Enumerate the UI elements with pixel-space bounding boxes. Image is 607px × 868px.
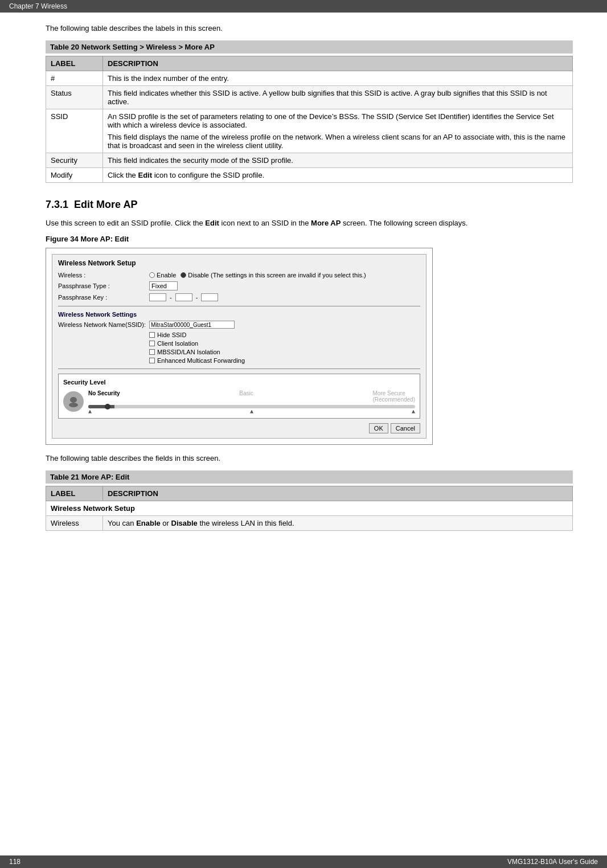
passphrase-key-control: - - [149,293,218,301]
passphrase-key-input2[interactable] [175,293,192,301]
table20-caption: Table 20 Network Setting > Wireless > Mo… [46,40,573,54]
section-heading: 7.3.1 Edit More AP [46,199,573,211]
chapter-title: Chapter 7 Wireless [9,2,67,10]
table20-header-label: LABEL [46,56,103,71]
page-number: 118 [9,858,20,866]
table20-wrapper: Table 20 Network Setting > Wireless > Mo… [46,40,573,183]
ok-button[interactable]: OK [369,423,388,433]
security-svg-icon [67,395,80,408]
table-row: # This is the index number of the entry. [46,71,573,86]
more-secure-label: More Secure (Recommended) [373,390,415,403]
table-row: SSID An SSID profile is the set of param… [46,109,573,153]
footer-content: 118 VMG1312-B10A User's Guide [9,858,598,866]
section-divider-2 [58,369,420,369]
client-isolation-checkbox[interactable] [149,341,155,346]
ssid-label: Wireless Network Name(SSID): [58,321,149,328]
figure34-caption: Figure 34 More AP: Edit [46,235,573,243]
svg-point-1 [69,403,78,407]
screenshot-box: Wireless Network Setup Wireless : Enable… [46,248,433,445]
table-row: Security This field indicates the securi… [46,153,573,168]
enable-radio-circle [149,272,155,278]
section-number: 7.3.1 [46,199,68,210]
table21-caption: Table 21 More AP: Edit [46,470,573,484]
row-label: Status [46,86,103,109]
section-divider-1 [58,306,420,306]
slider-markers [88,410,415,413]
table20: LABEL DESCRIPTION # This is the index nu… [46,56,573,183]
svg-point-0 [70,397,77,403]
table21-wrapper: Table 21 More AP: Edit LABEL DESCRIPTION… [46,470,573,531]
row-label: Security [46,153,103,168]
slider-marker-3 [412,410,415,413]
table-row: Status This field indicates whether this… [46,86,573,109]
wireless-network-settings-title: Wireless Network Settings [58,311,420,318]
table-row: Modify Click the Edit icon to configure … [46,168,573,183]
passphrase-type-label: Passphrase Type : [58,282,149,289]
passphrase-key-row: Passphrase Key : - - [58,293,420,301]
wireless-row: Wireless : Enable Disable (The settings … [58,272,420,279]
hide-ssid-label: Hide SSID [157,331,186,338]
disable-label: Disable (The settings in this screen are… [188,272,366,279]
passphrase-type-select[interactable]: Fixed [149,281,178,290]
wireless-label: Wireless : [58,272,149,279]
screenshot-buttons: OK Cancel [58,423,420,433]
footer-bar: 118 VMG1312-B10A User's Guide [0,855,607,868]
row-description: You can Enable or Disable the wireless L… [103,515,573,530]
ssid-input[interactable]: MitraStar00000_Guest1 [149,321,235,329]
section-intro: Use this screen to edit an SSID profile.… [46,218,573,229]
row-label: Modify [46,168,103,183]
enable-radio[interactable]: Enable [149,272,176,279]
row-label: # [46,71,103,86]
slider-labels: No Security Basic More Secure (Recommend… [88,390,415,403]
enhanced-multicast-checkbox[interactable] [149,358,155,363]
section-label: Wireless Network Setup [46,501,573,515]
enhanced-multicast-row[interactable]: Enhanced Multicast Forwarding [149,357,420,364]
enhanced-multicast-label: Enhanced Multicast Forwarding [157,357,245,364]
row-description: An SSID profile is the set of parameters… [103,109,573,153]
content-area: The following table describes the labels… [0,13,607,855]
client-isolation-label: Client Isolation [157,340,198,347]
passphrase-type-control: Fixed [149,281,178,290]
slider-track[interactable] [88,405,415,408]
enable-label: Enable [157,272,176,279]
slider-marker-2 [250,410,253,413]
wireless-radio-group: Enable Disable (The settings in this scr… [149,272,366,279]
table20-header-description: DESCRIPTION [103,56,573,71]
hide-ssid-checkbox[interactable] [149,332,155,338]
client-isolation-row[interactable]: Client Isolation [149,340,420,347]
table21-header-label: LABEL [46,486,103,501]
row-label: SSID [46,109,103,153]
cancel-button[interactable]: Cancel [391,423,420,433]
basic-label: Basic [239,390,253,403]
table21: LABEL DESCRIPTION Wireless Network Setup… [46,486,573,531]
disable-radio-circle [181,272,186,278]
passphrase-type-row: Passphrase Type : Fixed [58,281,420,290]
screenshot-title: Wireless Network Setup [58,259,420,267]
disable-radio[interactable]: Disable (The settings in this screen are… [181,272,366,279]
passphrase-key-input1[interactable] [149,293,166,301]
row-label: Wireless [46,515,103,530]
page-wrapper: Chapter 7 Wireless The following table d… [0,0,607,868]
mbssid-label: MBSSID/LAN Isolation [157,349,220,355]
security-slider-row: No Security Basic More Secure (Recommend… [63,390,415,413]
table-row: Wireless You can Enable or Disable the w… [46,515,573,530]
mbssid-row[interactable]: MBSSID/LAN Isolation [149,349,420,355]
checkboxes-area: Hide SSID Client Isolation MBSSID/LAN Is… [58,331,420,364]
row-description: This is the index number of the entry. [103,71,573,86]
slider-marker-1 [88,410,92,413]
mbssid-checkbox[interactable] [149,349,155,355]
ssid-row: Wireless Network Name(SSID): MitraStar00… [58,321,420,329]
security-icon [63,391,84,412]
passphrase-key-input3[interactable] [201,293,218,301]
slider-fill [88,405,114,408]
slider-thumb[interactable] [105,404,110,410]
hide-ssid-row[interactable]: Hide SSID [149,331,420,338]
guide-title: VMG1312-B10A User's Guide [507,858,598,866]
security-section: Security Level No Security [58,374,420,419]
section-title: Edit More AP [74,199,137,210]
security-title: Security Level [63,379,415,386]
intro-text: The following table describes the labels… [46,24,573,32]
no-security-label: No Security [88,390,120,403]
row-description: Click the Edit icon to configure the SSI… [103,168,573,183]
table-row-section: Wireless Network Setup [46,501,573,515]
